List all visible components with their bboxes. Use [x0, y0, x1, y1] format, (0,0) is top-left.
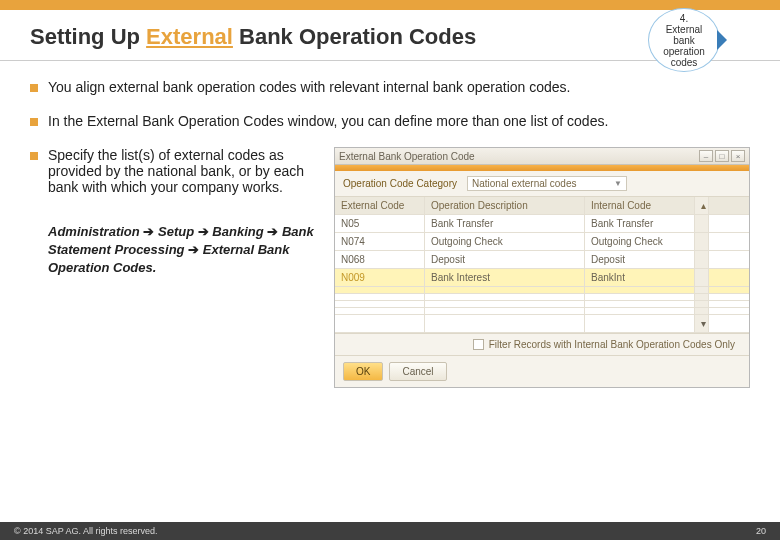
cell: N068 [335, 251, 425, 268]
ok-button[interactable]: OK [343, 362, 383, 381]
bullet-item: You align external bank operation codes … [30, 79, 750, 95]
scrollbar-track[interactable] [695, 215, 709, 232]
bullet-text: In the External Bank Operation Codes win… [48, 113, 608, 129]
table-row-empty[interactable] [335, 287, 749, 294]
col-external-code: External Code [335, 197, 425, 214]
cell: Deposit [585, 251, 695, 268]
cancel-button[interactable]: Cancel [389, 362, 446, 381]
badge-line: codes [671, 57, 698, 68]
bullet-text: You align external bank operation codes … [48, 79, 571, 95]
cell: BankInt [585, 269, 695, 286]
bullet-icon [30, 152, 38, 160]
cell: Bank Transfer [425, 215, 585, 232]
table-row-selected[interactable]: N009 Bank Interest BankInt [335, 269, 749, 287]
nav-seg: Banking [212, 224, 263, 239]
title-pre: Setting Up [30, 24, 146, 49]
table-row-empty[interactable]: ▾ [335, 315, 749, 333]
page-number: 20 [756, 526, 766, 536]
filter-checkbox[interactable] [473, 339, 484, 350]
badge-line: operation [663, 46, 705, 57]
table-row[interactable]: N074 Outgoing Check Outgoing Check [335, 233, 749, 251]
bullet-item: In the External Bank Operation Codes win… [30, 113, 750, 129]
col-internal-code: Internal Code [585, 197, 695, 214]
category-row: Operation Code Category National externa… [335, 171, 749, 197]
slide-header: Setting Up External Bank Operation Codes… [0, 10, 780, 61]
cell: Deposit [425, 251, 585, 268]
left-column: Specify the list(s) of external codes as… [30, 147, 320, 388]
grid-header: External Code Operation Description Inte… [335, 197, 749, 215]
badge-line: bank [673, 35, 695, 46]
close-icon[interactable]: × [731, 150, 745, 162]
table-row-empty[interactable] [335, 301, 749, 308]
cell: Outgoing Check [425, 233, 585, 250]
cell: Outgoing Check [585, 233, 695, 250]
bullet-item: Specify the list(s) of external codes as… [30, 147, 320, 195]
right-column: External Bank Operation Code – □ × Opera… [334, 147, 750, 388]
scrollbar-track[interactable] [695, 251, 709, 268]
bullet-icon [30, 84, 38, 92]
slide-footer: © 2014 SAP AG. All rights reserved. 20 [0, 522, 780, 540]
nav-path: Administration ➔ Setup ➔ Banking ➔ Bank … [48, 223, 320, 278]
bullet-icon [30, 118, 38, 126]
minimize-icon[interactable]: – [699, 150, 713, 162]
table-row-empty[interactable] [335, 294, 749, 301]
window-title: External Bank Operation Code [339, 151, 475, 162]
category-label: Operation Code Category [343, 178, 457, 189]
badge-line: External [666, 24, 703, 35]
badge-number: 4. [680, 13, 688, 24]
app-window: External Bank Operation Code – □ × Opera… [334, 147, 750, 388]
arrow-icon: ➔ [198, 224, 213, 239]
cell: Bank Transfer [585, 215, 695, 232]
arrow-icon: ➔ [267, 224, 282, 239]
slide-content: You align external bank operation codes … [0, 61, 780, 388]
step-badge-wrap: 4. External bank operation codes [648, 8, 720, 72]
chevron-down-icon: ▼ [614, 179, 622, 188]
cell: Bank Interest [425, 269, 585, 286]
arrow-icon: ➔ [143, 224, 158, 239]
step-badge: 4. External bank operation codes [648, 8, 720, 72]
scrollbar-track[interactable] [695, 233, 709, 250]
cell: N009 [335, 269, 425, 286]
window-titlebar: External Bank Operation Code – □ × [335, 148, 749, 165]
title-post: Bank Operation Codes [233, 24, 476, 49]
cell: N05 [335, 215, 425, 232]
col-description: Operation Description [425, 197, 585, 214]
scrollbar-track[interactable] [695, 269, 709, 286]
filter-label: Filter Records with Internal Bank Operat… [489, 339, 735, 350]
button-bar: OK Cancel [335, 355, 749, 387]
scroll-up-icon[interactable]: ▴ [695, 197, 709, 214]
filter-row: Filter Records with Internal Bank Operat… [335, 333, 749, 355]
arrow-icon: ➔ [188, 242, 203, 257]
scroll-down-icon: ▾ [695, 315, 709, 332]
cell [335, 287, 425, 293]
copyright: © 2014 SAP AG. All rights reserved. [14, 526, 158, 536]
scrollbar-track[interactable] [695, 287, 709, 293]
bullet-text: Specify the list(s) of external codes as… [48, 147, 320, 195]
category-value: National external codes [472, 178, 577, 189]
cell: N074 [335, 233, 425, 250]
two-column: Specify the list(s) of external codes as… [30, 147, 750, 388]
table-row-empty[interactable] [335, 308, 749, 315]
category-select[interactable]: National external codes ▼ [467, 176, 627, 191]
title-accent: External [146, 24, 233, 49]
maximize-icon[interactable]: □ [715, 150, 729, 162]
page-title: Setting Up External Bank Operation Codes [30, 24, 476, 50]
nav-seg: Administration [48, 224, 140, 239]
table-row[interactable]: N068 Deposit Deposit [335, 251, 749, 269]
table-row[interactable]: N05 Bank Transfer Bank Transfer [335, 215, 749, 233]
nav-seg: Setup [158, 224, 194, 239]
